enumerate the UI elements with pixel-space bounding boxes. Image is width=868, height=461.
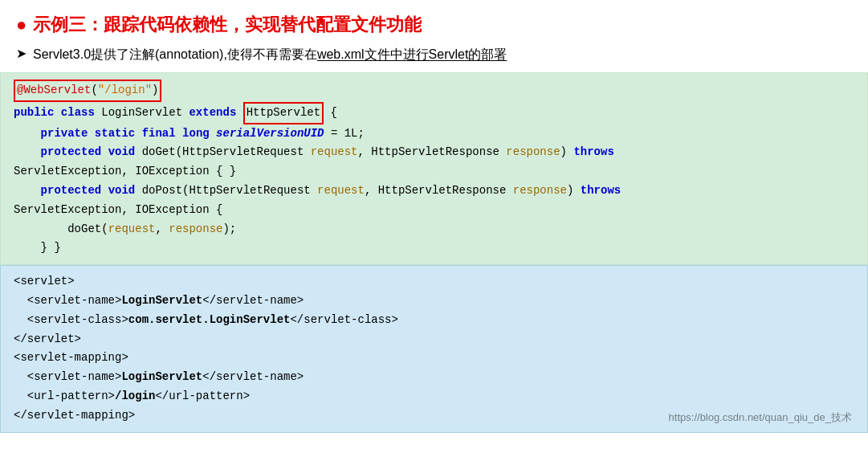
arrow-symbol: ➤: [16, 46, 26, 61]
code-line-4a: protected void doGet(HttpServletRequest …: [14, 143, 854, 162]
code-line-2: public class LoginServlet extends HttpSe…: [14, 102, 854, 124]
xml-line-7: <url-pattern>/login</url-pattern>: [14, 387, 854, 406]
xml-line-4: </servlet>: [14, 330, 854, 349]
watermark: https://blog.csdn.net/quan_qiu_de_技术: [669, 410, 852, 425]
subtitle-before: Servlet3.0提供了注解(annotation),使得不再需要在: [33, 47, 317, 61]
subtitle-text: Servlet3.0提供了注解(annotation),使得不再需要在web.x…: [33, 45, 507, 64]
xml-line-5: <servlet-mapping>: [14, 349, 854, 368]
httpservlet-box: HttpServlet: [243, 102, 324, 124]
xml-line-3: <servlet-class>com.servlet.LoginServlet<…: [14, 311, 854, 330]
code-line-4b: ServletException, IOException { }: [14, 162, 854, 182]
xml-line-1: <servlet>: [14, 272, 854, 292]
xml-line-2: <servlet-name>LoginServlet</servlet-name…: [14, 292, 854, 311]
title-section: ● 示例三：跟踪代码依赖性，实现替代配置文件功能: [0, 8, 868, 42]
code-line-1: @WebServlet("/login"): [14, 80, 854, 102]
code-line-5a: protected void doPost(HttpServletRequest…: [14, 182, 854, 201]
code-line-3: private static final long serialVersionU…: [14, 124, 854, 144]
xml-code-block: <servlet> <servlet-name>LoginServlet</se…: [0, 265, 868, 432]
subtitle-section: ➤ Servlet3.0提供了注解(annotation),使得不再需要在web…: [0, 42, 868, 67]
red-bullet: ●: [16, 14, 26, 35]
code-line-5b: ServletException, IOException {: [14, 201, 854, 220]
annotation-box: @WebServlet("/login"): [14, 80, 161, 102]
xml-line-6: <servlet-name>LoginServlet</servlet-name…: [14, 368, 854, 387]
subtitle-underline: web.xml文件中进行Servlet的部署: [317, 47, 507, 61]
code-line-7: } }: [14, 239, 854, 258]
code-line-6: doGet(request, response);: [14, 220, 854, 239]
page-title: 示例三：跟踪代码依赖性，实现替代配置文件功能: [33, 13, 422, 37]
java-code-block: @WebServlet("/login") public class Login…: [0, 72, 868, 265]
